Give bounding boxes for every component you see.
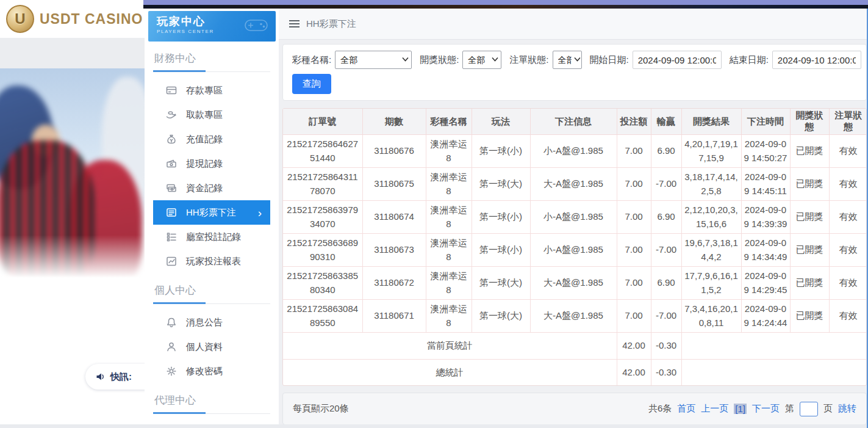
search-button[interactable]: 查詢 [292,74,331,94]
first-page-link[interactable]: 首页 [677,403,695,415]
sidebar-item-label: 個人資料 [186,341,223,353]
lottery-name-select[interactable]: 全部 [335,51,412,69]
end-date-input[interactable] [772,51,861,69]
sidebar-item-label: 玩家投注報表 [186,256,241,267]
deposit-icon [165,85,178,96]
sidebar-item-withdraw-record[interactable]: 提現記錄 › [153,151,270,176]
table-cell: 第一球(小) [472,234,530,267]
table-cell: 澳洲幸运8 [426,201,472,234]
table-cell: 有效 [829,234,867,267]
start-date-label: 開始日期: [590,54,629,66]
page-header: HH彩票下注 [279,9,867,40]
page-summary-win-loss: -0.30 [651,333,681,360]
news-label: 快訊: [110,371,132,383]
notice-icon [165,317,178,328]
sidebar-item-notice[interactable]: 消息公告 › [153,310,270,335]
next-page-link[interactable]: 下一页 [752,403,780,415]
table-row: 215217258633858034031180672澳洲幸运8第一球(大)大-… [283,267,867,300]
sidebar-item-hall-bet-record[interactable]: 廳室投註記錄 › [153,225,270,249]
table-column-header: 玩法 [472,109,530,135]
table-cell: 澳洲幸运8 [426,267,472,300]
grand-summary-label: 總統計 [283,359,617,385]
brand-logo[interactable]: U USDT CASINO [0,0,145,38]
sidebar-item-deposit[interactable]: 存款專區 › [153,78,270,103]
table-cell: 31180672 [362,267,426,300]
sidebar-section: 財務中心 存款專區 › 取款專區 › 充值記錄 › 提現記錄 › 資金記錄 › … [153,49,270,274]
order-status-label: 注單狀態: [509,54,548,66]
page-jump-input[interactable] [800,402,818,416]
draw-status-select[interactable]: 全部 [462,51,501,69]
bottom-edge-strip [0,424,867,428]
main-area: HH彩票下注 彩種名稱: 全部 開獎狀態: 全部 注單狀態: [279,9,867,428]
table-column-header: 期數 [362,109,426,135]
table-cell: 31180673 [362,234,426,267]
table-cell: 已開獎 [790,267,829,300]
table-cell: 6.90 [651,201,681,234]
sidebar-item-profile[interactable]: 個人資料 › [153,335,270,359]
player-report-icon [165,256,178,267]
table-cell: 第一球(大) [472,267,530,300]
sidebar-item-withdraw[interactable]: 取款專區 › [153,103,270,127]
table-cell: 7.00 [617,300,651,333]
total-count-text: 共6条 [648,403,672,415]
table-cell: 小-A盤@1.985 [530,234,617,267]
table-cell: 大-A盤@1.985 [530,267,617,300]
table-cell: 2024-09-09 14:45:11 [741,168,790,201]
sidebar-item-label: 存款專區 [186,85,223,96]
withdraw-icon [165,109,178,120]
funds-record-icon [165,183,178,194]
sidebar-menu: 財務中心 存款專區 › 取款專區 › 充值記錄 › 提現記錄 › 資金記錄 › … [145,49,279,428]
sidebar-item-hh-lottery-bet[interactable]: HH彩票下注 › [153,200,270,225]
table-cell: 7.00 [617,201,651,234]
table-body: 215217258646275144031180676澳洲幸运8第一球(小)小-… [283,135,867,333]
table-cell: 31180671 [362,300,426,333]
table-column-header: 下注信息 [530,109,617,135]
page-summary-empty [681,333,867,360]
content: 彩種名稱: 全部 開獎狀態: 全部 注單狀態: 全部 開始 [279,40,867,425]
order-status-select[interactable]: 全部 [553,51,582,69]
lottery-name-label: 彩種名稱: [292,54,331,66]
current-page-indicator: [1] [734,404,747,414]
table-cell: 有效 [829,168,867,201]
sidebar-item-label: 取款專區 [186,109,223,121]
prev-page-link[interactable]: 上一页 [701,403,728,415]
table-row: 215217258630848955031180671澳洲幸运8第一球(大)大-… [283,300,867,333]
table-summary: 當前頁統計 42.00 -0.30 總統計 42.00 -0.30 [283,333,867,386]
filter-panel: 彩種名稱: 全部 開獎狀態: 全部 注單狀態: 全部 開始 [282,44,867,101]
sidebar-section-header: 個人中心 [153,281,270,304]
jump-action-link[interactable]: 跳转 [838,403,856,415]
start-date-input[interactable] [633,51,722,69]
table-cell: 有效 [829,201,867,234]
table-cell: 有效 [829,135,867,168]
sidebar-item-player-bet-report[interactable]: 玩家投注報表 › [153,249,270,274]
table-cell: 已開獎 [790,234,829,267]
hall-bet-record-icon [165,231,178,242]
table-cell: 澳洲幸运8 [426,234,472,267]
table-cell: 已開獎 [790,201,829,234]
table-column-header: 下注時間 [741,109,790,135]
sidebar-item-change-password[interactable]: 修改密碼 › [153,359,270,383]
table-cell: 7.00 [617,135,651,168]
sidebar-item-funds-record[interactable]: 資金記錄 › [153,176,270,200]
bets-table-card: 訂單號期數彩種名稱玩法下注信息投注額輸贏開獎結果下注時間開獎狀態注單狀態 215… [282,108,867,386]
sidebar: 玩家中心 PLAYERS CENTER 財務中心 存款專區 › 取款專區 › 充… [145,8,279,428]
table-cell: 有效 [829,267,867,300]
sidebar-item-label: 修改密碼 [186,366,223,377]
news-marquee: 快訊: [85,364,146,390]
table-cell: 31180674 [362,201,426,234]
table-cell: 已開獎 [790,300,829,333]
table-cell: 2152172586338580340 [283,267,362,300]
sidebar-item-recharge-record[interactable]: 充值記錄 › [153,127,270,151]
sidebar-section-items: 消息公告 › 個人資料 › 修改密碼 › [153,310,270,383]
jump-suffix-label: 页 [823,403,833,415]
table-cell: 小-A盤@1.985 [530,135,617,168]
table-cell: 2024-09-09 14:29:45 [741,267,790,300]
table-cell: 2024-09-09 14:50:27 [741,135,790,168]
top-strips [143,0,868,9]
hamburger-menu-icon[interactable] [289,20,299,27]
table-cell: 7.00 [617,234,651,267]
table-row: 215217258646275144031180676澳洲幸运8第一球(小)小-… [283,135,867,168]
withdraw-record-icon [165,158,178,169]
sidebar-item-label: 消息公告 [186,317,223,328]
table-cell: 2152172586431178070 [283,168,362,201]
